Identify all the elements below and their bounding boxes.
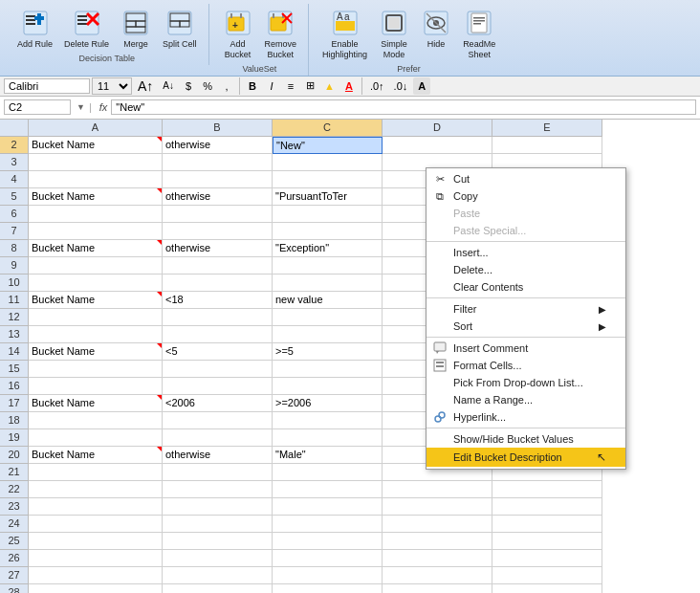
- cell-e22[interactable]: [492, 481, 602, 498]
- simple-mode-button[interactable]: SimpleMode: [375, 6, 413, 62]
- cell-a17[interactable]: Bucket Name: [29, 395, 163, 412]
- cell-c2[interactable]: "New": [273, 137, 383, 154]
- cell-a2[interactable]: Bucket Name: [29, 137, 163, 154]
- cell-c23[interactable]: [273, 498, 383, 516]
- font-grow-icon[interactable]: A↑: [134, 77, 157, 95]
- cell-b18[interactable]: [163, 412, 273, 429]
- row-num-27[interactable]: 27: [0, 567, 29, 584]
- cell-b7[interactable]: [163, 223, 273, 240]
- cell-a27[interactable]: [29, 567, 163, 584]
- font-name-input[interactable]: [4, 78, 90, 94]
- cell-c24[interactable]: [273, 516, 383, 533]
- cell-c21[interactable]: [273, 464, 383, 481]
- cell-a19[interactable]: [29, 429, 163, 447]
- row-num-26[interactable]: 26: [0, 550, 29, 567]
- cell-c4[interactable]: [273, 171, 383, 188]
- cell-a11[interactable]: Bucket Name: [29, 292, 163, 309]
- cell-b15[interactable]: [163, 361, 273, 378]
- add-bucket-button[interactable]: + AddBucket: [219, 6, 257, 62]
- ctx-copy[interactable]: ⧉ Copy: [427, 187, 625, 205]
- cell-e27[interactable]: [492, 567, 602, 584]
- cell-e26[interactable]: [492, 550, 602, 567]
- row-num-13[interactable]: 13: [0, 326, 29, 343]
- comma-icon[interactable]: ,: [218, 77, 235, 95]
- dec-inc-button[interactable]: .0↑: [366, 77, 388, 95]
- font-color-button[interactable]: A: [340, 77, 358, 95]
- cell-c14[interactable]: >=5: [273, 343, 383, 361]
- cell-c8[interactable]: "Exception": [273, 240, 383, 257]
- cell-b3[interactable]: [163, 154, 273, 171]
- ctx-cut[interactable]: ✂ Cut: [427, 170, 625, 187]
- cell-d24[interactable]: [383, 516, 492, 533]
- ctx-show-hide-bucket[interactable]: Show/Hide Bucket Values: [427, 430, 625, 448]
- cell-d23[interactable]: [383, 498, 492, 516]
- cell-c22[interactable]: [273, 481, 383, 498]
- cell-c26[interactable]: [273, 550, 383, 567]
- cell-b22[interactable]: [163, 481, 273, 498]
- row-num-28[interactable]: 28: [0, 584, 29, 593]
- cell-c5[interactable]: "PursuantToTer: [273, 188, 383, 206]
- hide-button[interactable]: Hide: [417, 6, 455, 52]
- cell-a13[interactable]: [29, 326, 163, 343]
- align-button[interactable]: ≡: [282, 77, 299, 95]
- row-num-22[interactable]: 22: [0, 481, 29, 498]
- cell-b26[interactable]: [163, 550, 273, 567]
- cell-b8[interactable]: otherwise: [163, 240, 273, 257]
- cell-c16[interactable]: [273, 378, 383, 395]
- cell-c28[interactable]: [273, 584, 383, 593]
- cell-b16[interactable]: [163, 378, 273, 395]
- cell-a23[interactable]: [29, 498, 163, 516]
- cell-a16[interactable]: [29, 378, 163, 395]
- cell-ref-input[interactable]: [4, 99, 71, 115]
- cell-b11[interactable]: <18: [163, 292, 273, 309]
- ctx-filter[interactable]: Filter ▶: [427, 300, 625, 318]
- col-header-e[interactable]: E: [492, 120, 602, 137]
- dollar-icon[interactable]: $: [180, 77, 197, 95]
- row-num-21[interactable]: 21: [0, 464, 29, 481]
- row-num-12[interactable]: 12: [0, 309, 29, 326]
- cell-c15[interactable]: [273, 361, 383, 378]
- cell-c11[interactable]: new value: [273, 292, 383, 309]
- row-num-20[interactable]: 20: [0, 447, 29, 464]
- italic-button[interactable]: I: [263, 77, 280, 95]
- ctx-format-cells[interactable]: Format Cells...: [427, 357, 625, 374]
- enable-highlighting-button[interactable]: A a EnableHighlighting: [318, 6, 371, 62]
- cell-b25[interactable]: [163, 533, 273, 550]
- dec-dec-button[interactable]: .0↓: [390, 77, 412, 95]
- row-num-2[interactable]: 2: [0, 137, 29, 154]
- cell-a10[interactable]: [29, 275, 163, 292]
- cell-b24[interactable]: [163, 516, 273, 533]
- ctx-hyperlink[interactable]: Hyperlink...: [427, 408, 625, 426]
- ctx-paste-special[interactable]: Paste Special...: [427, 222, 625, 239]
- cell-a15[interactable]: [29, 361, 163, 378]
- cell-c27[interactable]: [273, 567, 383, 584]
- cell-ref-dropdown-icon[interactable]: ▼: [77, 102, 85, 112]
- cell-c18[interactable]: [273, 412, 383, 429]
- col-header-a[interactable]: A: [29, 120, 163, 137]
- cell-e28[interactable]: [492, 584, 602, 593]
- row-num-19[interactable]: 19: [0, 429, 29, 447]
- col-header-d[interactable]: D: [383, 120, 492, 137]
- cell-c17[interactable]: >=2006: [273, 395, 383, 412]
- formula-input[interactable]: [111, 99, 696, 115]
- row-num-23[interactable]: 23: [0, 498, 29, 516]
- col-header-b[interactable]: B: [163, 120, 273, 137]
- cell-b12[interactable]: [163, 309, 273, 326]
- font-shrink-icon[interactable]: A↓: [159, 77, 178, 95]
- cell-b28[interactable]: [163, 584, 273, 593]
- ctx-paste[interactable]: Paste: [427, 205, 625, 222]
- cell-b20[interactable]: otherwise: [163, 447, 273, 464]
- ctx-edit-bucket[interactable]: Edit Bucket Description ↖: [427, 448, 625, 467]
- cell-a20[interactable]: Bucket Name: [29, 447, 163, 464]
- readme-sheet-button[interactable]: ReadMeSheet: [459, 6, 499, 62]
- row-num-6[interactable]: 6: [0, 206, 29, 223]
- row-num-18[interactable]: 18: [0, 412, 29, 429]
- percent-icon[interactable]: %: [199, 77, 216, 95]
- cell-e25[interactable]: [492, 533, 602, 550]
- cell-a22[interactable]: [29, 481, 163, 498]
- cell-a25[interactable]: [29, 533, 163, 550]
- row-num-11[interactable]: 11: [0, 292, 29, 309]
- ctx-name-range[interactable]: Name a Range...: [427, 391, 625, 408]
- cell-d28[interactable]: [383, 584, 492, 593]
- cell-d22[interactable]: [383, 481, 492, 498]
